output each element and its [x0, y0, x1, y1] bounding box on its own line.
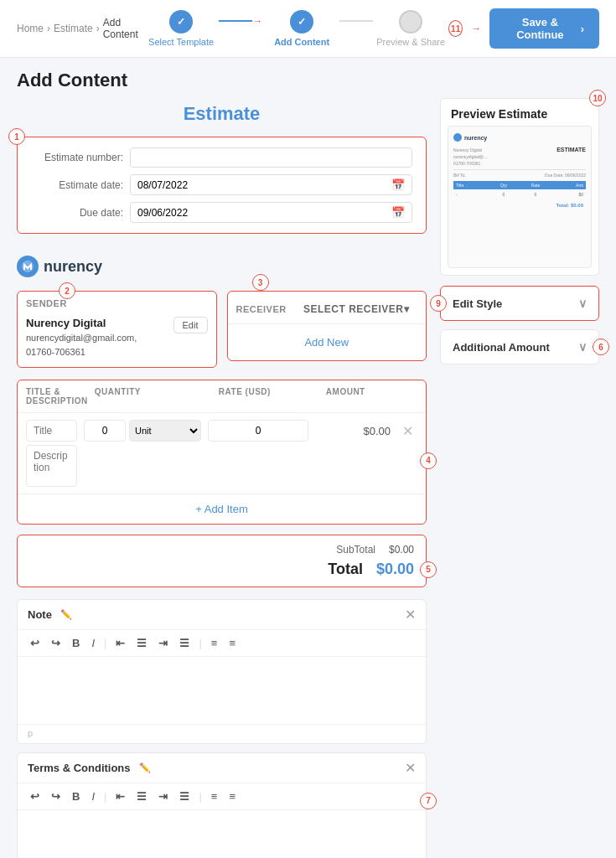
subtotal-value: $0.00: [389, 544, 414, 556]
nurency-logo-svg: [21, 260, 34, 273]
edit-style-dropdown[interactable]: Edit Style ∨: [441, 287, 598, 320]
sender-name: Nurency Digital: [26, 317, 137, 329]
step-circle-1: ✓: [169, 10, 193, 34]
step-label-2: Add Content: [274, 37, 329, 47]
terms-justify-button[interactable]: ☰: [177, 788, 192, 804]
total-label: Total: [328, 561, 363, 578]
receiver-select-text: Select Receiver: [303, 303, 404, 315]
items-table-header: TITLE & DESCRIPTION QUANTITY RATE (USD) …: [18, 380, 426, 413]
preview-inner: nurency Nurency Digitalnurencydigital@..…: [448, 126, 592, 268]
estimate-number-input[interactable]: [137, 152, 405, 163]
preview-mini-logo-text: nurency: [464, 135, 487, 141]
logo-icon: [17, 256, 39, 277]
terms-italic-button[interactable]: I: [89, 788, 97, 804]
align-left-button[interactable]: ⇤: [113, 635, 127, 651]
align-center-button[interactable]: ☰: [134, 635, 149, 651]
preview-mini-table-header: Title Qty Rate Amt: [453, 181, 586, 189]
receiver-header: Receiver Select Receiver ▾: [228, 292, 427, 323]
subtotal-label: SubTotal: [336, 544, 375, 556]
note-edit-icon[interactable]: ✏️: [60, 609, 72, 620]
receiver-box: Receiver Select Receiver ▾ Add New: [227, 291, 427, 361]
table-row: Unit Hour Day $0.00 ✕: [18, 413, 426, 494]
annotation-3: 3: [252, 274, 269, 291]
subtotal-row: SubTotal $0.00: [29, 544, 414, 556]
list-ordered-button[interactable]: ≡: [226, 635, 238, 651]
logo-area: nurency: [17, 247, 427, 282]
list-unordered-button[interactable]: ≡: [209, 635, 220, 651]
annotation-2: 2: [59, 282, 75, 299]
terms-align-left-button[interactable]: ⇤: [113, 788, 127, 804]
terms-redo-button[interactable]: ↪: [49, 788, 63, 804]
save-continue-button[interactable]: Save & Continue ›: [489, 8, 599, 49]
receiver-select[interactable]: Select Receiver ▾: [295, 298, 417, 320]
add-item-button[interactable]: + Add Item: [18, 494, 426, 524]
terms-list-ordered-button[interactable]: ≡: [226, 788, 238, 804]
calendar-icon-2: 📅: [391, 206, 405, 219]
bold-button[interactable]: B: [70, 635, 82, 651]
edit-style-chevron-icon: ∨: [578, 297, 587, 310]
title-desc-cell: [26, 420, 77, 487]
page-title: Add Content: [17, 70, 599, 91]
sender-header: Sender: [18, 292, 216, 312]
terms-undo-button[interactable]: ↩: [28, 788, 42, 804]
amount-cell: $0.00: [315, 420, 391, 437]
due-date-label: Due date:: [31, 207, 123, 219]
note-title: Note ✏️: [28, 608, 72, 621]
estimate-date-row: Estimate date: 📅: [31, 174, 412, 195]
sender-content: Nurency Digital nurencydigital@gmail.com…: [18, 312, 216, 367]
arrow-decoration: →: [252, 15, 262, 27]
rate-input[interactable]: [208, 420, 308, 442]
note-header: Note ✏️ ✕: [18, 600, 426, 630]
preview-box: Preview Estimate nurency Nurency Digital…: [440, 98, 599, 276]
edit-style-panel: Edit Style ∨: [440, 286, 599, 321]
estimate-date-label: Estimate date:: [31, 179, 123, 191]
note-close-button[interactable]: ✕: [405, 607, 416, 623]
breadcrumb-home[interactable]: Home: [17, 23, 44, 34]
estimate-date-input-wrapper: 📅: [130, 174, 412, 195]
justify-button[interactable]: ☰: [177, 635, 192, 651]
receiver-label: Receiver: [236, 304, 287, 314]
quantity-input[interactable]: [84, 420, 126, 442]
sender-email: nurencydigital@gmail.com,: [26, 331, 137, 345]
note-editor-body[interactable]: [18, 657, 426, 724]
annotation-1: 1: [8, 128, 25, 145]
annotation-11: 11: [448, 20, 463, 37]
add-new-receiver-button[interactable]: Add New: [228, 323, 427, 360]
preview-mini-total: Total: $0.00: [453, 201, 586, 209]
preview-title: Preview Estimate: [441, 99, 598, 126]
preview-thumbnail: nurency Nurency Digitalnurencydigital@..…: [441, 126, 598, 275]
step-line-2: [339, 20, 373, 22]
italic-button[interactable]: I: [89, 635, 97, 651]
calendar-icon-1: 📅: [391, 178, 405, 191]
unit-select[interactable]: Unit Hour Day: [129, 420, 201, 442]
preview-mini-logo: nurency: [453, 133, 586, 142]
date-fields-box: Estimate number: Estimate date: 📅 D: [17, 137, 427, 234]
title-input[interactable]: [26, 420, 77, 442]
sender-edit-button[interactable]: Edit: [173, 317, 208, 333]
redo-button[interactable]: ↪: [49, 635, 63, 651]
breadcrumb-estimate[interactable]: Estimate: [54, 23, 93, 34]
step-label-1: Select Template: [148, 37, 214, 47]
terms-align-center-button[interactable]: ☰: [134, 788, 149, 804]
additional-amount-dropdown[interactable]: Additional Amount ∨: [441, 330, 598, 364]
estimate-date-input[interactable]: [137, 179, 391, 191]
note-placeholder: p: [18, 724, 426, 743]
annotation-4: 4: [420, 452, 437, 469]
step-label-3: Preview & Share: [376, 37, 445, 47]
sender-label: Sender: [26, 298, 67, 308]
remove-item-button[interactable]: ✕: [397, 420, 417, 439]
description-input[interactable]: [26, 445, 77, 487]
terms-bold-button[interactable]: B: [70, 788, 82, 804]
step-circle-3: [399, 10, 422, 34]
step-preview-share: Preview & Share: [373, 10, 448, 47]
terms-list-unordered-button[interactable]: ≡: [209, 788, 220, 804]
undo-button[interactable]: ↩: [28, 635, 42, 651]
align-right-button[interactable]: ⇥: [156, 635, 170, 651]
terms-align-right-button[interactable]: ⇥: [156, 788, 170, 804]
annotation-7: 7: [420, 793, 437, 809]
terms-close-button[interactable]: ✕: [405, 760, 416, 776]
total-value: $0.00: [376, 561, 414, 578]
due-date-input[interactable]: [137, 207, 391, 219]
terms-edit-icon[interactable]: ✏️: [139, 762, 151, 773]
terms-editor-body[interactable]: [18, 810, 426, 858]
